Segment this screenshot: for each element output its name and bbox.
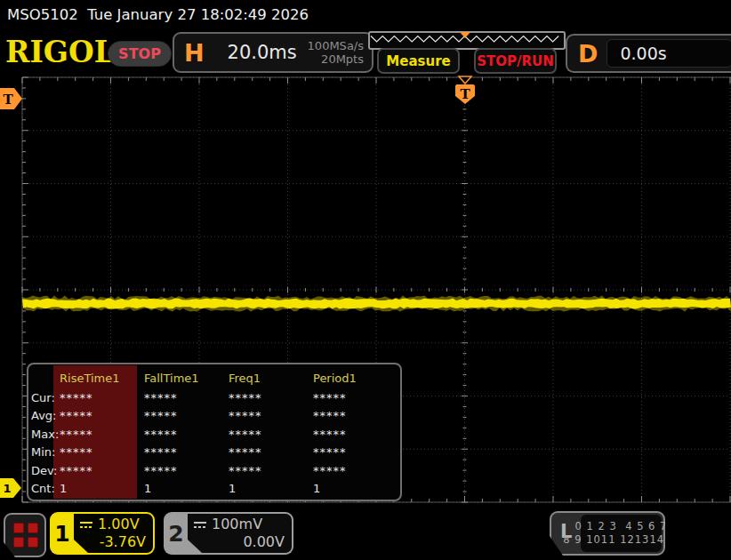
measurement-value: ***** xyxy=(229,464,313,477)
channel1-level-number: 1 xyxy=(3,482,11,495)
logic-analyzer-panel[interactable]: L 0 1 2 3 4 5 6 7 8 9 1011 12131415 xyxy=(550,511,665,556)
oscilloscope-screen: MSO5102 Tue January 27 18:02:49 2026 RIG… xyxy=(0,0,731,560)
measurement-value: ***** xyxy=(313,391,398,404)
channel1-offset: -3.76V xyxy=(79,533,146,552)
digital-channels-row1: 0 1 2 3 4 5 6 7 xyxy=(575,520,668,533)
dc-coupling-icon xyxy=(193,520,207,529)
measurement-value: ***** xyxy=(60,428,144,441)
measurement-value: ***** xyxy=(229,391,313,404)
trigger-level-letter: T xyxy=(3,92,13,108)
measurement-row-label: Cnt: xyxy=(31,482,60,495)
measurement-value: 1 xyxy=(313,482,398,495)
channel1-level-marker[interactable]: 1 xyxy=(0,478,22,498)
measurement-value: ***** xyxy=(313,428,398,441)
measurement-value: 1 xyxy=(229,482,313,495)
measurement-value: ***** xyxy=(144,464,229,477)
measurement-value: ***** xyxy=(60,445,144,459)
dc-coupling-icon xyxy=(79,520,93,529)
channel2-status-box[interactable]: 2 100mV 0.00V xyxy=(164,512,293,555)
channel1-status-box[interactable]: 1 1.00V -3.76V xyxy=(50,512,155,555)
measurement-value: ***** xyxy=(229,445,313,459)
measurement-value: ***** xyxy=(144,445,229,459)
channel2-offset: 0.00V xyxy=(193,533,285,552)
channel1-number: 1 xyxy=(50,512,75,555)
measurement-value: ***** xyxy=(60,464,144,477)
measurement-row-label: Max: xyxy=(31,428,60,441)
measurement-value: ***** xyxy=(60,391,144,404)
measurement-column-header[interactable]: Freq1 xyxy=(229,372,313,385)
measurement-value: ***** xyxy=(144,391,229,404)
measurement-row-label: Dev: xyxy=(31,464,60,477)
measurement-table: RiseTime1FallTime1Freq1Period1Cur:******… xyxy=(27,363,402,501)
trigger-level-marker[interactable]: T xyxy=(0,88,22,109)
measurement-value: ***** xyxy=(229,409,313,422)
trigger-position-arrow-icon xyxy=(459,76,471,84)
measurement-value: ***** xyxy=(313,464,398,477)
menu-grid-icon xyxy=(13,523,38,548)
channel1-scale: 1.00V xyxy=(98,516,140,532)
measurement-value: ***** xyxy=(144,409,229,422)
measurement-column-header[interactable]: RiseTime1 xyxy=(60,372,144,385)
digital-channels-row2: 8 9 1011 12131415 xyxy=(563,533,679,547)
measurement-column-header[interactable]: FallTime1 xyxy=(144,372,229,385)
channel2-number: 2 xyxy=(164,512,189,555)
measurement-row-label: Min: xyxy=(31,445,60,459)
measurement-value: 1 xyxy=(60,482,144,495)
measurement-value: ***** xyxy=(60,409,144,422)
measurement-value: 1 xyxy=(144,482,229,495)
measurement-column-header[interactable]: Period1 xyxy=(313,372,398,385)
measurement-row-label: Avg: xyxy=(31,409,60,422)
trigger-position-marker[interactable]: T xyxy=(453,76,478,108)
measurement-value: ***** xyxy=(313,409,398,422)
measurement-value: ***** xyxy=(313,445,398,459)
channel2-scale: 100mV xyxy=(212,516,262,532)
measurement-value: ***** xyxy=(229,428,313,441)
trigger-shield-letter: T xyxy=(460,86,470,102)
measurement-row-label: Cur: xyxy=(31,391,60,404)
measurement-value: ***** xyxy=(144,428,229,441)
